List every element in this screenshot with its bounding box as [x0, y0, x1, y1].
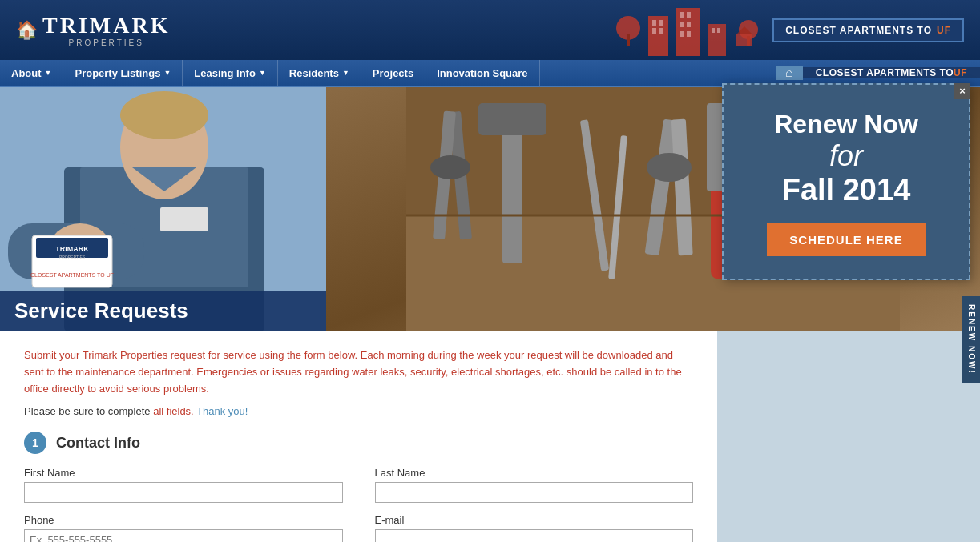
city-skyline-icon: [612, 4, 772, 56]
service-requests-banner: Service Requests: [0, 291, 326, 331]
nav-closest-badge: CLOSEST APARTMENTS TO UF: [803, 67, 980, 78]
header-right: CLOSEST APARTMENTS TO UF: [612, 4, 964, 56]
contact-info-section: 1 Contact Info: [24, 432, 693, 454]
svg-rect-3: [652, 20, 656, 26]
header: 🏠 Trimark PROPERTIES: [0, 0, 980, 60]
renew-now-panel: × Renew Now for Fall 2014 SCHEDULE HERE: [722, 83, 970, 280]
close-button[interactable]: ×: [954, 83, 970, 99]
svg-text:CLOSEST APARTMENTS TO UF: CLOSEST APARTMENTS TO UF: [30, 272, 114, 278]
nav-arrow-leasing: ▼: [259, 69, 266, 77]
logo-subtitle: PROPERTIES: [69, 38, 144, 47]
renew-side-tab[interactable]: RENEW NOW!: [962, 296, 980, 383]
svg-text:PROPERTIES: PROPERTIES: [59, 255, 86, 259]
nav-item-about[interactable]: About ▼: [0, 60, 63, 86]
logo-area: Trimark PROPERTIES: [42, 13, 170, 47]
closest-badge: CLOSEST APARTMENTS TO UF: [772, 18, 964, 42]
phone-field: Phone: [24, 514, 343, 542]
nav-home-button[interactable]: ⌂: [776, 66, 803, 80]
svg-rect-11: [687, 22, 691, 27]
svg-rect-24: [160, 207, 208, 231]
svg-rect-12: [680, 31, 684, 37]
svg-point-44: [647, 153, 692, 182]
content-area: Submit your Trimark Properties request f…: [0, 331, 980, 542]
svg-rect-38: [478, 103, 546, 135]
nav-item-property-listings[interactable]: Property Listings ▼: [63, 60, 183, 86]
schedule-here-button[interactable]: SCHEDULE HERE: [767, 223, 925, 256]
complete-notice: Please be sure to complete all fields. T…: [24, 405, 693, 417]
last-name-field: Last Name: [375, 467, 694, 503]
section-number-1: 1: [24, 432, 46, 454]
nav-right: ⌂ CLOSEST APARTMENTS TO UF: [776, 60, 980, 86]
svg-point-41: [430, 155, 470, 179]
hero-left-image: TRIMARK PROPERTIES CLOSEST APARTMENTS TO…: [0, 87, 326, 331]
page-wrapper: 🏠 Trimark PROPERTIES: [0, 0, 980, 542]
svg-rect-10: [680, 22, 684, 27]
nav-item-residents[interactable]: Residents ▼: [278, 60, 361, 86]
renew-year-label: Fall 2014: [743, 173, 950, 207]
section-title-contact: Contact Info: [56, 435, 140, 452]
svg-rect-2: [648, 16, 668, 56]
last-name-label: Last Name: [375, 467, 694, 479]
svg-rect-1: [627, 34, 630, 46]
closest-text: CLOSEST APARTMENTS TO: [785, 25, 932, 36]
svg-rect-5: [652, 28, 656, 34]
svg-rect-6: [659, 28, 663, 34]
svg-rect-16: [717, 28, 720, 33]
nav-item-innovation[interactable]: Innovation Square: [425, 60, 539, 86]
last-name-input[interactable]: [375, 482, 694, 503]
renew-for-label: for: [743, 139, 950, 173]
svg-rect-13: [687, 31, 691, 37]
nav-item-leasing-info[interactable]: Leasing Info ▼: [183, 60, 277, 86]
svg-rect-19: [736, 34, 752, 46]
nav-arrow-listings: ▼: [163, 69, 171, 77]
main-content: Submit your Trimark Properties request f…: [0, 331, 717, 542]
first-name-field: First Name: [24, 467, 343, 503]
phone-input[interactable]: [24, 529, 343, 542]
first-name-input[interactable]: [24, 482, 343, 503]
form-row-name: First Name Last Name: [24, 467, 693, 503]
service-requests-label: Service Requests: [14, 299, 188, 323]
logo-icon: 🏠: [16, 20, 38, 41]
email-input[interactable]: [375, 529, 694, 542]
svg-rect-8: [680, 12, 684, 18]
nav-arrow-about: ▼: [45, 69, 52, 77]
svg-text:TRIMARK: TRIMARK: [55, 245, 89, 253]
nav-uf-text: UF: [954, 67, 967, 78]
phone-label: Phone: [24, 514, 343, 526]
first-name-label: First Name: [24, 467, 343, 479]
renew-now-title: Renew Now: [743, 109, 950, 139]
svg-rect-4: [659, 20, 663, 26]
uf-highlight: UF: [937, 25, 951, 36]
form-row-phone-email: Phone E-mail: [24, 514, 693, 542]
email-field: E-mail: [375, 514, 694, 542]
logo-title: Trimark: [42, 13, 170, 38]
logo: 🏠 Trimark PROPERTIES: [16, 13, 170, 47]
all-fields-text: all fields.: [153, 405, 194, 417]
email-label: E-mail: [375, 514, 694, 526]
nav-item-projects[interactable]: Projects: [361, 60, 425, 86]
svg-point-26: [120, 91, 208, 139]
home-icon: ⌂: [785, 66, 793, 80]
svg-rect-15: [712, 28, 715, 33]
nav-arrow-residents: ▼: [342, 69, 349, 77]
form-description: Submit your Trimark Properties request f…: [24, 347, 693, 397]
thank-you-text: Thank you!: [196, 405, 248, 417]
svg-rect-9: [687, 12, 691, 18]
